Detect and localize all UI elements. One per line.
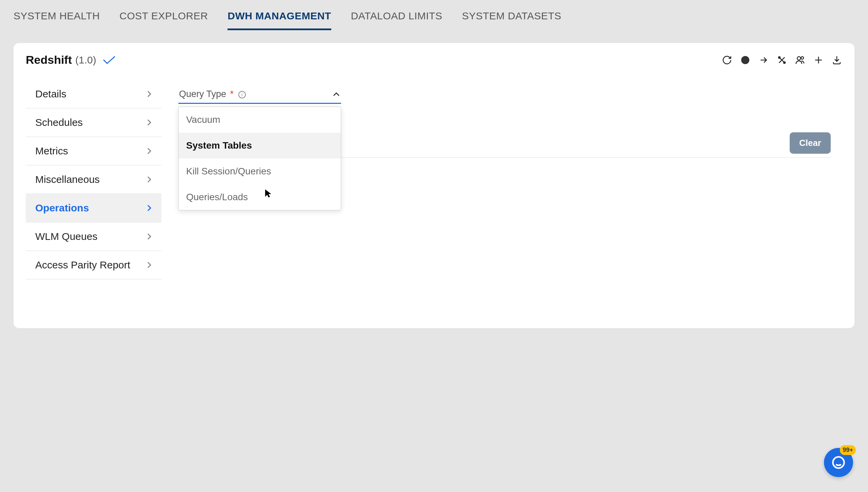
sidebar-item-label: Schedules <box>35 117 83 128</box>
chevron-up-icon <box>332 92 340 97</box>
sidebar-item-label: Metrics <box>35 145 68 157</box>
sidebar-item-details[interactable]: Details <box>26 80 161 109</box>
title-group: Redshift (1.0) <box>26 53 116 67</box>
status-dot-icon[interactable] <box>740 55 751 65</box>
dropdown-option-system-tables[interactable]: System Tables <box>179 133 341 158</box>
chevron-right-icon <box>146 175 152 184</box>
page-version: (1.0) <box>75 54 96 66</box>
header-action-icons <box>722 55 842 65</box>
dropdown-option-kill-session-queries[interactable]: Kill Session/Queries <box>179 158 341 184</box>
checkmark-icon <box>102 55 116 65</box>
query-type-label-text: Query Type <box>179 89 226 99</box>
card-header: Redshift (1.0) <box>26 53 842 67</box>
dropdown-option-vacuum[interactable]: Vacuum <box>179 107 341 133</box>
users-icon[interactable] <box>795 55 806 65</box>
sidebar: Details Schedules Metrics Miscellaneous … <box>26 80 161 280</box>
required-marker: * <box>230 89 234 99</box>
sidebar-item-schedules[interactable]: Schedules <box>26 109 161 137</box>
sidebar-item-wlm-queues[interactable]: WLM Queues <box>26 223 161 251</box>
sidebar-item-label: Operations <box>35 202 89 214</box>
clear-button[interactable]: Clear <box>790 132 831 154</box>
download-icon[interactable] <box>831 55 842 65</box>
tab-system-datasets[interactable]: SYSTEM DATASETS <box>462 10 561 30</box>
sidebar-item-label: Details <box>35 88 66 100</box>
chevron-right-icon <box>146 232 152 241</box>
info-icon[interactable]: i <box>238 91 246 98</box>
chevron-right-icon <box>146 261 152 269</box>
main-card: Redshift (1.0) <box>14 43 854 328</box>
chevron-right-icon <box>146 147 152 155</box>
query-type-label: Query Type * i <box>179 89 246 99</box>
svg-point-3 <box>801 57 804 59</box>
query-type-select[interactable]: Query Type * i Vacuum System Tables Kill… <box>178 87 341 104</box>
tab-system-health[interactable]: SYSTEM HEALTH <box>14 10 100 30</box>
sidebar-item-label: Access Parity Report <box>35 259 130 271</box>
card-body: Details Schedules Metrics Miscellaneous … <box>26 80 842 280</box>
sidebar-item-operations[interactable]: Operations <box>26 194 161 223</box>
content-panel: Query Type * i Vacuum System Tables Kill… <box>172 80 842 111</box>
chevron-right-icon <box>146 90 152 98</box>
tab-dataload-limits[interactable]: DATALOAD LIMITS <box>351 10 442 30</box>
refresh-icon[interactable] <box>722 55 732 65</box>
dropdown-option-queries-loads[interactable]: Queries/Loads <box>179 184 341 210</box>
sidebar-item-label: WLM Queues <box>35 231 97 242</box>
page-title: Redshift <box>26 53 72 67</box>
chevron-right-icon <box>146 118 152 127</box>
svg-point-4 <box>833 457 844 468</box>
chat-fab[interactable]: 99+ <box>824 448 853 477</box>
tab-cost-explorer[interactable]: COST EXPLORER <box>119 10 208 30</box>
tools-icon[interactable] <box>776 55 787 65</box>
plus-icon[interactable] <box>813 55 824 65</box>
tab-dwh-management[interactable]: DWH MANAGEMENT <box>228 10 331 30</box>
chat-badge: 99+ <box>840 445 856 455</box>
chevron-right-icon <box>146 204 152 212</box>
svg-point-2 <box>797 57 801 60</box>
sidebar-item-miscellaneous[interactable]: Miscellaneous <box>26 166 161 194</box>
sidebar-item-metrics[interactable]: Metrics <box>26 137 161 166</box>
arrow-right-icon[interactable] <box>758 55 769 65</box>
top-nav: SYSTEM HEALTH COST EXPLORER DWH MANAGEME… <box>0 0 868 30</box>
query-type-dropdown: Vacuum System Tables Kill Session/Querie… <box>178 107 341 210</box>
sidebar-item-access-parity-report[interactable]: Access Parity Report <box>26 251 161 280</box>
sidebar-item-label: Miscellaneous <box>35 174 100 185</box>
